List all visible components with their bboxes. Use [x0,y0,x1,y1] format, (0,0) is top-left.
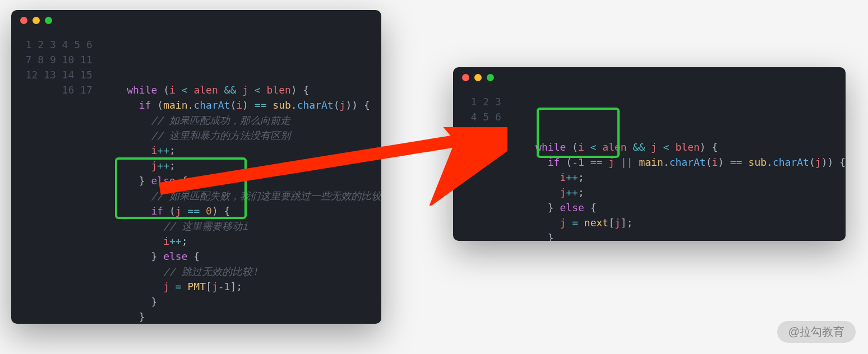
minimize-icon[interactable] [474,74,482,81]
token-punct: )) { [821,156,846,168]
token-op: ++ [566,171,578,183]
close-icon[interactable] [462,74,469,81]
token-punct [657,141,663,153]
token-keyword: if [139,99,151,111]
code-content: while (i < alen && j < blen) { if (-1 ==… [511,94,846,241]
token-op: ++ [157,145,169,156]
token-func: charAt [773,156,809,168]
token-var: j [176,205,182,217]
token-punct: } [548,232,554,241]
code-line: i++; [103,234,381,249]
token-punct: { [584,202,597,213]
token-punct [200,205,206,217]
code-line: // 这里和暴力的方法没有区别 [103,128,381,143]
token-var: i [151,145,157,156]
token-punct: ( [560,156,572,168]
code-content: while (i < alen && j < blen) { if (main.… [103,37,381,324]
token-num: 1 [224,281,230,292]
code-line: if (j == 0) { [103,203,381,218]
token-punct [584,141,590,153]
close-icon[interactable] [20,17,27,24]
token-var: blen [675,141,699,153]
token-punct [248,84,255,96]
code-line: if (main.charAt(i) == sub.charAt(j)) { [103,97,381,113]
token-op: == [730,156,742,168]
token-op: && [633,141,645,153]
code-line: } [103,309,381,324]
code-line: j++; [511,185,846,200]
token-op: < [663,141,670,153]
maximize-icon[interactable] [487,74,494,81]
code-line: while (i < alen && j < blen) { [511,139,846,155]
token-var: alen [193,84,218,96]
token-punct: ; [578,171,584,183]
minimize-icon[interactable] [33,17,40,24]
code-line: while (i < alen && j < blen) { [103,82,381,97]
titlebar [453,67,846,87]
token-op: - [572,156,578,168]
token-punct: ) { [212,205,230,217]
token-obj: sub [749,156,767,168]
token-punct: ) [242,99,255,111]
token-punct: ( [334,99,340,111]
token-punct [169,281,176,292]
token-op: ++ [157,160,169,171]
code-line: // 如果匹配成功，那么向前走 [103,113,381,128]
token-var: j [651,141,657,153]
line-gutter: 1 2 3 4 5 6 7 8 [453,94,511,241]
code-line: j++; [103,158,381,173]
token-punct [182,205,188,217]
token-var: i [169,84,176,96]
token-punct: ( [157,84,169,96]
token-punct: ; [169,145,176,156]
token-punct: ; [182,235,188,247]
token-punct [182,281,188,292]
token-op: == [590,156,603,168]
token-op: < [590,141,597,153]
token-obj: next [584,217,608,229]
token-op: || [621,156,633,168]
token-punct: ; [169,160,176,171]
code-line: } [511,230,846,241]
code-line: // 这里需要移动i [103,218,381,234]
token-punct [602,156,608,168]
token-op: < [255,84,261,96]
code-line: i++; [511,170,846,185]
token-var: j [163,281,169,292]
token-punct [627,141,633,153]
token-punct: ( [163,205,176,217]
token-var: j [815,156,821,168]
token-comment: // 这里和暴力的方法没有区别 [151,129,290,141]
watermark-badge: @拉勾教育 [777,321,856,343]
token-punct: [ [206,281,212,292]
token-punct: ( [706,156,712,168]
token-punct [742,156,749,168]
token-punct [261,84,267,96]
token-punct: } [151,250,163,262]
token-op: = [176,281,182,292]
token-punct [597,141,603,153]
token-keyword: else [163,250,187,262]
code-line: } else { [103,249,381,264]
token-var: i [712,156,718,168]
token-punct [645,141,651,153]
token-punct [633,156,639,168]
token-punct: ( [566,141,578,153]
token-op: ++ [169,235,182,247]
token-keyword: if [548,156,560,168]
token-punct: . [291,99,297,111]
token-punct: ( [230,99,236,111]
token-keyword: while [127,84,157,96]
token-punct: } [139,175,151,187]
token-obj: main [163,99,187,111]
token-punct: . [663,156,670,168]
token-punct [266,99,273,111]
token-punct: . [188,99,194,111]
token-keyword: while [535,141,566,153]
token-obj: PMT [188,281,206,292]
token-var: j [615,217,621,229]
token-func: charAt [297,99,334,111]
token-punct [615,156,621,168]
code-line: } else { [511,200,846,215]
maximize-icon[interactable] [45,17,52,24]
